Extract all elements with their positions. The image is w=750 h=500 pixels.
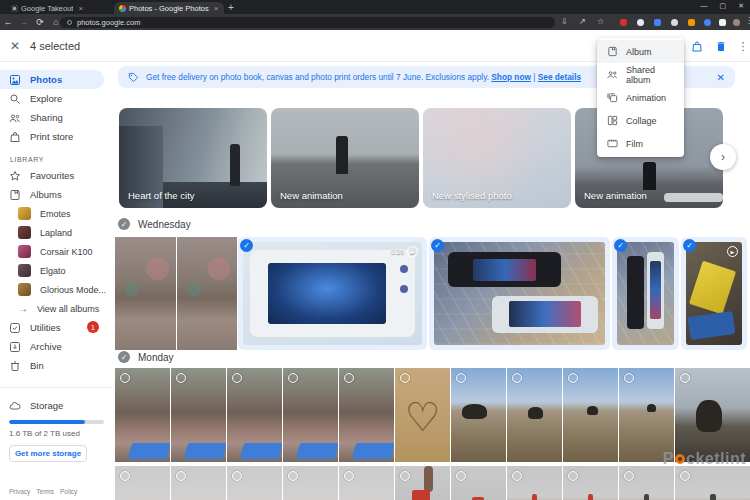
photo-thumbnail[interactable] xyxy=(227,368,282,462)
carousel-next-button[interactable]: › xyxy=(710,144,736,170)
photo-thumbnail[interactable] xyxy=(563,368,618,462)
tab-close-icon[interactable]: × xyxy=(214,4,219,13)
photo-thumbnail[interactable] xyxy=(115,466,170,500)
photo-thumbnail[interactable] xyxy=(177,237,237,350)
menu-item-film[interactable]: Film xyxy=(597,132,684,155)
select-circle-icon[interactable] xyxy=(176,373,186,383)
select-circle-icon[interactable] xyxy=(624,471,634,481)
save-to-device-icon[interactable]: ⇩ xyxy=(561,17,568,26)
creation-card-new-stylised-photo[interactable]: New stylised photo xyxy=(423,108,571,208)
select-circle-icon[interactable] xyxy=(400,373,410,383)
site-info-icon[interactable] xyxy=(67,20,72,25)
sidebar-item-print-store[interactable]: Print store xyxy=(0,127,113,146)
selected-check-icon[interactable]: ✓ xyxy=(240,239,253,252)
extension-icon[interactable] xyxy=(671,19,678,26)
creation-card-heart-of-the-city[interactable]: Heart of the city xyxy=(119,108,267,208)
address-bar[interactable]: photos.google.com xyxy=(60,17,555,28)
selected-photo-thumbnail[interactable]: ✓ xyxy=(612,237,679,350)
selected-check-icon[interactable]: ✓ xyxy=(431,239,444,252)
terms-link[interactable]: Terms xyxy=(36,488,54,495)
tab-close-icon[interactable]: × xyxy=(78,4,83,13)
select-circle-icon[interactable] xyxy=(400,471,410,481)
see-details-link[interactable]: See details xyxy=(538,72,581,82)
sidebar-album-glorious[interactable]: Glorious Mode... xyxy=(0,280,113,299)
photo-thumbnail[interactable] xyxy=(619,368,674,462)
select-circle-icon[interactable] xyxy=(456,373,466,383)
select-circle-icon[interactable] xyxy=(344,373,354,383)
photo-thumbnail[interactable] xyxy=(619,466,674,500)
sidebar-item-albums[interactable]: Albums xyxy=(0,185,113,204)
photo-thumbnail[interactable] xyxy=(339,466,394,500)
photo-thumbnail[interactable] xyxy=(171,368,226,462)
photo-thumbnail[interactable] xyxy=(283,466,338,500)
extension-shield-icon[interactable] xyxy=(620,19,627,26)
select-circle-icon[interactable] xyxy=(232,471,242,481)
photo-thumbnail[interactable] xyxy=(451,466,506,500)
photo-thumbnail[interactable] xyxy=(563,466,618,500)
maximize-icon[interactable]: ▢ xyxy=(720,0,727,12)
select-circle-icon[interactable] xyxy=(624,373,634,383)
photo-thumbnail[interactable]: ♡ xyxy=(395,368,450,462)
select-circle-icon[interactable] xyxy=(680,471,690,481)
sidebar-album-elgato[interactable]: Elgato xyxy=(0,261,113,280)
clear-selection-icon[interactable]: ✕ xyxy=(10,39,20,53)
select-circle-icon[interactable] xyxy=(288,471,298,481)
sidebar-album-emotes[interactable]: Emotes xyxy=(0,204,113,223)
more-options-icon[interactable]: ⋮ xyxy=(734,37,750,55)
browser-tab-takeout[interactable]: Google Takeout × xyxy=(6,2,112,14)
photo-thumbnail[interactable] xyxy=(339,368,394,462)
sidebar-item-explore[interactable]: Explore xyxy=(0,89,113,108)
photo-thumbnail[interactable] xyxy=(675,466,750,500)
sidebar-item-archive[interactable]: Archive xyxy=(0,337,113,356)
sidebar-item-sharing[interactable]: Sharing xyxy=(0,108,113,127)
selected-video-thumbnail[interactable]: 0:39 ▶ ✓ xyxy=(238,237,427,350)
select-circle-icon[interactable] xyxy=(120,471,130,481)
day-select-check-icon[interactable]: ✓ xyxy=(118,218,130,230)
extension-icon[interactable] xyxy=(637,19,644,26)
select-circle-icon[interactable] xyxy=(568,471,578,481)
select-circle-icon[interactable] xyxy=(512,373,522,383)
sidebar-item-favourites[interactable]: Favourites xyxy=(0,166,113,185)
forward-icon[interactable]: → xyxy=(16,17,32,27)
select-circle-icon[interactable] xyxy=(120,373,130,383)
photo-thumbnail[interactable] xyxy=(171,466,226,500)
select-circle-icon[interactable] xyxy=(288,373,298,383)
sidebar-album-lapland[interactable]: Lapland xyxy=(0,223,113,242)
minimize-icon[interactable]: — xyxy=(701,0,708,12)
banner-close-icon[interactable]: ✕ xyxy=(717,72,725,83)
selected-check-icon[interactable]: ✓ xyxy=(614,239,627,252)
photo-thumbnail[interactable] xyxy=(507,466,562,500)
creation-card-new-animation-1[interactable]: New animation xyxy=(271,108,419,208)
menu-item-collage[interactable]: Collage xyxy=(597,109,684,132)
select-circle-icon[interactable] xyxy=(344,471,354,481)
privacy-link[interactable]: Privacy xyxy=(9,488,30,495)
sidebar-item-bin[interactable]: Bin xyxy=(0,356,113,375)
photo-thumbnail[interactable] xyxy=(115,368,170,462)
day-select-check-icon[interactable]: ✓ xyxy=(118,351,130,363)
selected-video-thumbnail[interactable]: ▶ ✓ xyxy=(681,237,747,350)
shop-now-link[interactable]: Shop now xyxy=(491,72,531,82)
extension-icon[interactable] xyxy=(654,19,661,26)
get-more-storage-button[interactable]: Get more storage xyxy=(9,445,87,462)
share-page-icon[interactable]: ↗ xyxy=(579,17,586,26)
extension-icon[interactable] xyxy=(704,19,711,26)
select-circle-icon[interactable] xyxy=(456,471,466,481)
window-close-icon[interactable]: ✕ xyxy=(738,0,744,12)
selected-photo-thumbnail[interactable]: ✓ xyxy=(429,237,610,350)
menu-item-shared-album[interactable]: Shared album xyxy=(597,63,684,86)
extension-icon[interactable] xyxy=(719,19,726,26)
bookmark-star-icon[interactable]: ☆ xyxy=(597,17,604,26)
sidebar-item-storage[interactable]: Storage xyxy=(0,396,113,415)
sidebar-view-all-albums[interactable]: → View all albums xyxy=(0,299,113,318)
photo-thumbnail[interactable] xyxy=(675,368,750,462)
browser-menu-icon[interactable]: ⋮ xyxy=(745,16,750,25)
back-icon[interactable]: ← xyxy=(0,17,16,27)
photo-thumbnail[interactable] xyxy=(115,237,176,350)
selected-check-icon[interactable]: ✓ xyxy=(683,239,696,252)
select-circle-icon[interactable] xyxy=(512,471,522,481)
sidebar-item-photos[interactable]: Photos xyxy=(0,70,104,89)
photo-thumbnail[interactable] xyxy=(507,368,562,462)
profile-avatar[interactable] xyxy=(733,19,740,26)
select-circle-icon[interactable] xyxy=(680,373,690,383)
select-circle-icon[interactable] xyxy=(176,471,186,481)
